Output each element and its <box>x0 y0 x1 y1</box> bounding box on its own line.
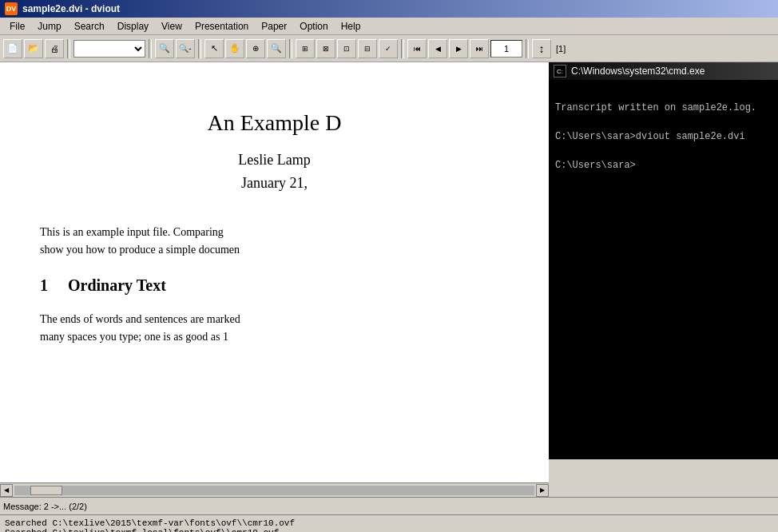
cursor-button[interactable]: ↖ <box>204 39 224 58</box>
cmd-window: C: C:\Windows\system32\cmd.exe Transcrip… <box>549 62 778 459</box>
horizontal-scrollbar[interactable]: ◀ ▶ <box>0 482 549 497</box>
scroll-right[interactable]: ▶ <box>536 484 549 497</box>
scroll-left[interactable]: ◀ <box>0 484 13 497</box>
open-button[interactable]: 📂 <box>24 39 43 58</box>
dvi-viewer: An Example D Leslie Lamp January 21, Thi… <box>0 62 549 497</box>
scroll-track[interactable] <box>14 486 534 495</box>
menu-view[interactable]: View <box>155 19 189 34</box>
section-title: Ordinary Text <box>68 276 166 294</box>
cmd-titlebar: C: C:\Windows\system32\cmd.exe <box>549 62 778 80</box>
message-bar: Message: 2 ->... (2/2) <box>0 497 778 514</box>
cmd-line-3: C:\Users\sara>dviout sample2e.dvi <box>555 131 745 142</box>
tb-extra3[interactable]: ⊡ <box>337 39 356 58</box>
menu-file[interactable]: File <box>3 19 31 34</box>
menu-paper[interactable]: Paper <box>255 19 293 34</box>
doc-intro: This is an example input file. Comparing… <box>40 224 509 260</box>
doc-author: Leslie Lamp <box>40 152 509 169</box>
tb-extra5[interactable]: ✓ <box>379 39 398 58</box>
toolbar: 📄 📂 🖨 🔍 🔍- ↖ ✋ ⊕ 🔍 ⊞ ⊠ ⊡ ⊟ ✓ ⏮ ◀ ▶ ⏭ ↕ [… <box>0 35 778 62</box>
separator-5 <box>401 39 404 58</box>
tb-scroll[interactable]: ↕ <box>532 39 551 58</box>
tb-extra4[interactable]: ⊟ <box>358 39 377 58</box>
menu-display[interactable]: Display <box>111 19 155 34</box>
new-button[interactable]: 📄 <box>3 39 22 58</box>
menu-presentation[interactable]: Presentation <box>189 19 255 34</box>
page-input[interactable] <box>490 40 522 58</box>
separator-2 <box>149 39 152 58</box>
menu-search[interactable]: Search <box>68 19 111 34</box>
window-title: sample2e.dvi - dviout <box>22 3 120 14</box>
section-number: 1 <box>40 276 48 294</box>
tb-extra2[interactable]: ⊠ <box>316 39 335 58</box>
search-button[interactable]: 🔍 <box>267 39 286 58</box>
nav-last[interactable]: ⏭ <box>470 39 489 58</box>
separator-6 <box>526 39 529 58</box>
log-area: Searched C:\texlive\2015\texmf-var\fonts… <box>0 514 778 532</box>
menu-jump[interactable]: Jump <box>31 19 67 34</box>
nav-next[interactable]: ▶ <box>449 39 468 58</box>
nav-prev[interactable]: ◀ <box>428 39 447 58</box>
menu-help[interactable]: Help <box>335 19 367 34</box>
log-line-1: Searched C:\texlive\2015\texmf-var\fonts… <box>5 518 773 528</box>
zoom-in-button[interactable]: 🔍 <box>155 39 174 58</box>
cmd-line-5: C:\Users\sara> <box>555 160 636 171</box>
document-content: An Example D Leslie Lamp January 21, Thi… <box>0 62 549 391</box>
cmd-icon: C: <box>554 65 566 77</box>
nav-first[interactable]: ⏮ <box>407 39 427 58</box>
print-button[interactable]: 🖨 <box>45 39 64 58</box>
log-line-2: Searched C:\texlive\texmf-local\fonts\ov… <box>5 528 773 532</box>
scroll-thumb[interactable] <box>30 486 62 495</box>
title-bar: DV sample2e.dvi - dviout <box>0 0 778 18</box>
main-area: An Example D Leslie Lamp January 21, Thi… <box>0 62 778 497</box>
tb-extra1[interactable]: ⊞ <box>296 39 315 58</box>
separator-4 <box>289 39 292 58</box>
cmd-line-1: Transcript written on sample2e.log. <box>555 102 756 113</box>
magnify-button[interactable]: ⊕ <box>246 39 265 58</box>
zoom-out-button[interactable]: 🔍- <box>176 39 195 58</box>
menu-bar: File Jump Search Display View Presentati… <box>0 18 778 35</box>
doc-title: An Example D <box>40 110 509 136</box>
page-display: [1] <box>553 44 569 54</box>
doc-section: 1 Ordinary Text <box>40 272 509 298</box>
menu-option[interactable]: Option <box>293 19 334 34</box>
doc-para: The ends of words and sentences are mark… <box>40 311 509 347</box>
hand-button[interactable]: ✋ <box>225 39 244 58</box>
separator-3 <box>198 39 201 58</box>
dvi-content: An Example D Leslie Lamp January 21, Thi… <box>0 62 549 482</box>
app-icon: DV <box>5 2 18 15</box>
page-dropdown[interactable] <box>73 40 145 58</box>
message-text: Message: 2 ->... (2/2) <box>3 502 87 511</box>
doc-date: January 21, <box>40 175 509 192</box>
separator-1 <box>67 39 70 58</box>
cmd-title: C:\Windows\system32\cmd.exe <box>571 66 705 77</box>
doc-body: This is an example input file. Comparing… <box>40 224 509 347</box>
cmd-body: Transcript written on sample2e.log. C:\U… <box>549 80 778 459</box>
